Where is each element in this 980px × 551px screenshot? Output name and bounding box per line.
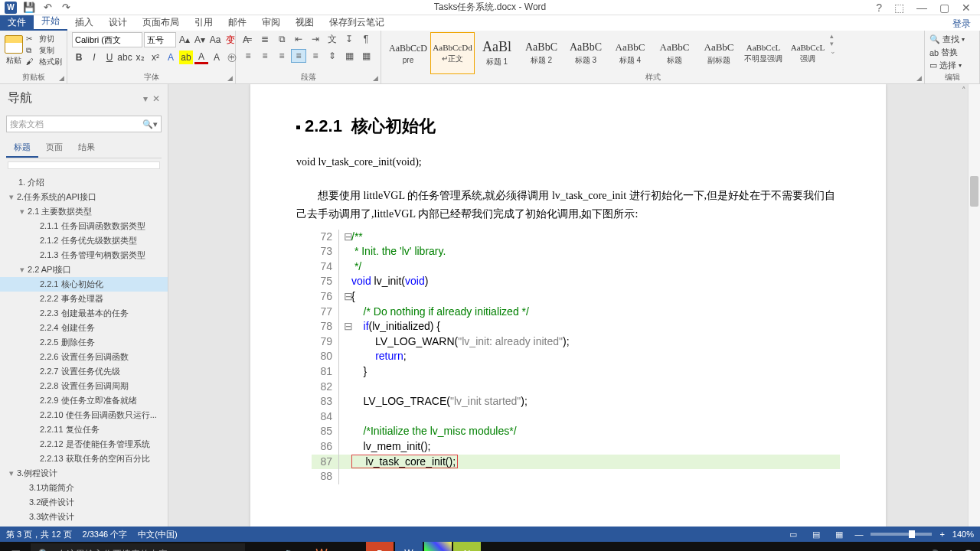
- multilevel-icon[interactable]: ⧉: [274, 32, 289, 46]
- undo-icon[interactable]: ↶: [41, 2, 54, 14]
- decrease-indent-icon[interactable]: ⇤: [291, 32, 306, 46]
- numbering-icon[interactable]: ≣: [257, 32, 273, 46]
- style-item[interactable]: AaBbC标题 2: [519, 32, 564, 74]
- format-painter-button[interactable]: 🖌格式刷: [26, 57, 62, 67]
- view-print-icon[interactable]: ▤: [808, 528, 824, 540]
- find-button[interactable]: 🔍查找▾: [929, 34, 965, 45]
- nav-item[interactable]: 2.2.5 删除任务: [0, 335, 168, 350]
- wps-icon[interactable]: W: [308, 542, 335, 551]
- collapse-ribbon-icon[interactable]: ˄: [962, 86, 966, 96]
- close-icon[interactable]: ✕: [959, 2, 974, 14]
- nav-item[interactable]: ▾2.1 主要数据类型: [0, 204, 168, 219]
- vertical-scrollbar[interactable]: [968, 84, 980, 527]
- style-item[interactable]: AaBbCcL不明显强调: [741, 32, 786, 74]
- status-language[interactable]: 中文(中国): [138, 529, 177, 540]
- nav-item[interactable]: 3.3软件设计: [0, 510, 168, 524]
- login-link[interactable]: 登录: [952, 18, 980, 31]
- nav-item[interactable]: 2.2.4 创建任务: [0, 321, 168, 335]
- chevron-down-icon[interactable]: ▾: [9, 192, 17, 202]
- tab-file[interactable]: 文件: [0, 15, 34, 31]
- style-item[interactable]: AaBbC标题 4: [608, 32, 652, 74]
- edge-icon[interactable]: e: [337, 542, 364, 551]
- view-read-icon[interactable]: ▭: [786, 528, 801, 540]
- nav-tab-pages[interactable]: 页面: [38, 139, 70, 158]
- document-page[interactable]: 2.2.1 核心初始化 void lv_task_core_init(void)…: [250, 84, 886, 527]
- italic-button[interactable]: I: [87, 51, 101, 64]
- justify-icon[interactable]: ≡: [291, 49, 306, 63]
- shading-icon[interactable]: ▦: [341, 49, 357, 63]
- nav-item[interactable]: 2.2.9 使任务立即准备就绪: [0, 393, 168, 408]
- nav-item[interactable]: ▾3.例程设计: [0, 466, 168, 481]
- change-case-icon[interactable]: Aa: [208, 33, 222, 47]
- nav-item[interactable]: 2.2.10 使任务回调函数只运行...: [0, 408, 168, 422]
- nav-item[interactable]: 2.2.2 事务处理器: [0, 292, 168, 306]
- chevron-down-icon[interactable]: ▾: [9, 468, 17, 478]
- line-spacing-icon[interactable]: ⇕: [325, 49, 340, 63]
- text-effects-icon[interactable]: A: [164, 51, 178, 64]
- search-icon[interactable]: 🔍▾: [142, 119, 158, 129]
- tab-design[interactable]: 设计: [101, 15, 135, 31]
- align-right-icon[interactable]: ≡: [274, 49, 289, 63]
- help-icon[interactable]: ?: [873, 2, 885, 14]
- bullets-icon[interactable]: ≔: [240, 32, 256, 46]
- increase-indent-icon[interactable]: ⇥: [308, 32, 323, 46]
- underline-button[interactable]: U: [103, 51, 116, 64]
- borders-icon[interactable]: ▦: [358, 49, 374, 63]
- nav-tab-headings[interactable]: 标题: [6, 139, 38, 158]
- status-words[interactable]: 2/3346 个字: [83, 529, 128, 540]
- style-item[interactable]: AaBbCcL强调: [786, 32, 830, 74]
- camera-icon[interactable]: 📷: [279, 542, 306, 551]
- tab-cloud[interactable]: 保存到云笔记: [322, 15, 392, 31]
- paragraph-launcher-icon[interactable]: ◢: [373, 74, 378, 82]
- cortana-icon[interactable]: ○: [250, 542, 277, 551]
- nav-item[interactable]: 2.1.1 任务回调函数数据类型: [0, 219, 168, 233]
- copy-button[interactable]: ⧉复制: [26, 45, 62, 56]
- taskbar-search[interactable]: 🔍 在这里输入你要搜索的内容: [31, 543, 245, 551]
- notepadpp-icon[interactable]: N: [453, 542, 481, 551]
- tab-layout[interactable]: 页面布局: [135, 15, 187, 31]
- style-item[interactable]: AaBbCcDd↵正文: [430, 32, 475, 74]
- zoom-slider[interactable]: [871, 533, 932, 536]
- font-launcher-icon[interactable]: ◢: [227, 74, 233, 82]
- chevron-down-icon[interactable]: ▾: [20, 207, 28, 217]
- nav-item[interactable]: 2.2.7 设置任务优先级: [0, 364, 168, 379]
- tab-references[interactable]: 引用: [187, 15, 220, 31]
- cut-button[interactable]: ✂剪切: [26, 34, 62, 44]
- nav-item[interactable]: 1. 介绍: [0, 175, 168, 190]
- zoom-thumb[interactable]: [909, 530, 915, 538]
- maximize-icon[interactable]: ▢: [936, 2, 952, 14]
- zoom-in-button[interactable]: +: [939, 530, 944, 539]
- ime-icon[interactable]: 中: [947, 549, 956, 552]
- view-web-icon[interactable]: ▦: [831, 528, 847, 540]
- nav-item[interactable]: 2.2.3 创建最基本的任务: [0, 306, 168, 321]
- app1-icon[interactable]: [424, 542, 452, 551]
- tab-mailings[interactable]: 邮件: [220, 15, 254, 31]
- powerpoint-icon[interactable]: P: [366, 542, 394, 551]
- superscript-icon[interactable]: x²: [149, 51, 162, 64]
- nav-item[interactable]: 3.2硬件设计: [0, 495, 168, 510]
- text-direction-icon[interactable]: 文: [325, 32, 340, 46]
- nav-search-input[interactable]: 搜索文档 🔍▾: [6, 116, 162, 132]
- clipboard-launcher-icon[interactable]: ◢: [59, 74, 64, 82]
- font-size-select[interactable]: 五号: [144, 32, 176, 47]
- font-color-icon[interactable]: A: [194, 51, 208, 64]
- style-item[interactable]: AaBl标题 1: [475, 32, 519, 74]
- styles-scroll[interactable]: ▴▾⌄: [830, 32, 841, 55]
- nav-item[interactable]: 3.1功能简介: [0, 481, 168, 495]
- nav-close-icon[interactable]: ✕: [152, 93, 160, 104]
- nav-item[interactable]: 3.4下载验证: [0, 524, 168, 527]
- nav-item[interactable]: ▾2.任务系统的API接口: [0, 190, 168, 204]
- redo-icon[interactable]: ↷: [60, 2, 72, 14]
- subscript-icon[interactable]: x₂: [133, 51, 147, 64]
- tab-review[interactable]: 审阅: [254, 15, 288, 31]
- nav-tab-results[interactable]: 结果: [70, 139, 103, 158]
- scrollbar-thumb[interactable]: [970, 176, 978, 207]
- style-item[interactable]: AaBbC标题 3: [564, 32, 608, 74]
- nav-item[interactable]: 2.2.1 核心初始化: [0, 277, 168, 292]
- select-button[interactable]: ▭选择▾: [929, 60, 965, 71]
- minimize-icon[interactable]: —: [913, 2, 930, 14]
- grow-font-icon[interactable]: A▴: [178, 33, 191, 47]
- style-item[interactable]: AaBbC标题: [652, 32, 697, 74]
- char-shading-icon[interactable]: A: [210, 51, 224, 64]
- nav-item[interactable]: 2.2.6 设置任务回调函数: [0, 350, 168, 364]
